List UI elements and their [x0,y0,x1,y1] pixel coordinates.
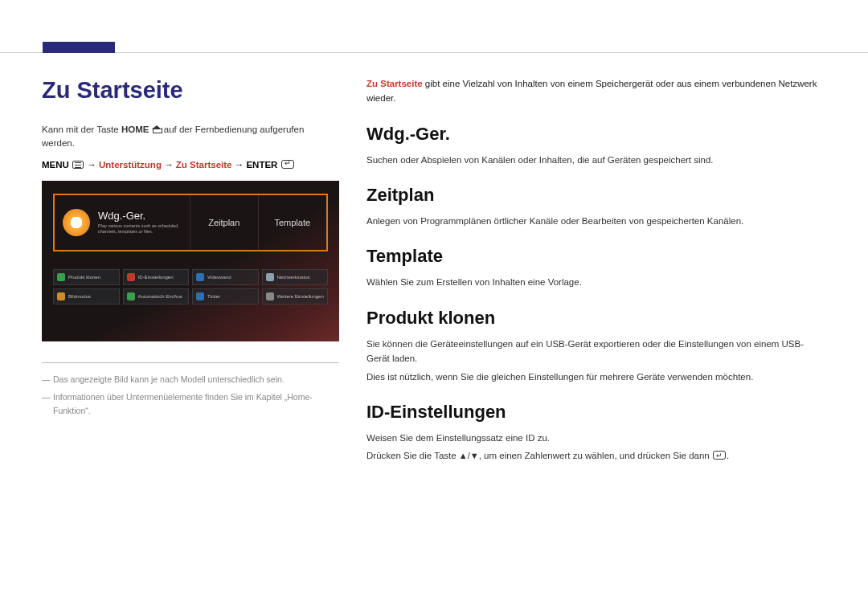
heading-id: ID-Einstellungen [366,402,826,423]
ss-chip: Ticker [192,288,259,304]
text-template: Wählen Sie zum Erstellen von Inhalten ei… [366,275,826,289]
ss-tile-zeitplan: Zeitplan [190,195,259,250]
chip-label: Ticker [207,294,220,299]
section-template: Template Wählen Sie zum Erstellen von In… [366,246,826,289]
home-icon [152,125,162,133]
section-id: ID-Einstellungen Weisen Sie dem Einstell… [366,402,826,464]
ss-chip: Videowand [192,269,259,285]
ss-chip: Weitere Einstellungen [262,288,329,304]
play-icon [63,209,90,236]
footnote-1: Das angezeigte Bild kann je nach Modell … [42,373,339,386]
ss-chip: Produkt klonen [53,269,120,285]
topbar [0,0,868,53]
right-column: Zu Startseite gibt eine Vielzahl von Inh… [366,77,826,481]
section-wdg: Wdg.-Ger. Suchen oder Abspielen von Kanä… [366,124,826,167]
text-wdg: Suchen oder Abspielen von Kanälen oder I… [366,153,826,167]
ss-chip: ID-Einstellungen [123,269,190,285]
section-zeitplan: Zeitplan Anlegen von Programmplänen örtl… [366,185,826,228]
menu-path: MENU → Unterstützung → Zu Startseite → E… [42,159,339,170]
text-id-2: Drücken Sie die Taste ▲/▼, um einen Zahl… [366,448,826,464]
enter-icon [281,160,294,169]
chip-label: Bildmodus [68,294,91,299]
text-klonen-1: Sie können die Geräteeinstellungen auf e… [366,337,826,366]
chip-icon [57,273,65,281]
page-title: Zu Startseite [42,77,339,104]
footnote-2: Informationen über Untermenüelemente fin… [42,390,339,418]
updown-icon: ▲/▼ [459,449,479,464]
ss-tile-template: Template [259,195,327,250]
chip-icon [127,273,135,281]
ss-tile-player: Wdg.-Ger. Play various contents such as … [55,195,190,250]
ss-chip: Netzwerkstatus [262,269,329,285]
heading-wdg: Wdg.-Ger. [366,124,826,145]
intro-line: Kann mit der Taste HOME auf der Fernbedi… [42,123,339,151]
chip-icon [196,292,204,300]
chip-icon [266,273,274,281]
enter-icon [713,451,726,460]
chip-label: Netzwerkstatus [277,275,310,280]
ss-chip: Bildmodus [53,288,120,304]
text-klonen-2: Dies ist nützlich, wenn Sie die gleichen… [366,370,826,384]
chip-icon [196,273,204,281]
text-id-1: Weisen Sie dem Einstellungssatz eine ID … [366,431,826,445]
chip-label: ID-Einstellungen [138,275,174,280]
chip-icon [57,292,65,300]
section-klonen: Produkt klonen Sie können die Geräteeins… [366,308,826,384]
left-column: Zu Startseite Kann mit der Taste HOME au… [42,77,339,481]
ss-chip: Automatisch Ein/Aus [123,288,190,304]
heading-template: Template [366,246,826,267]
text-zeitplan: Anlegen von Programmplänen örtlicher Kan… [366,214,826,228]
chip-label: Automatisch Ein/Aus [138,294,182,299]
heading-zeitplan: Zeitplan [366,185,826,206]
chip-icon [266,292,274,300]
chip-label: Weitere Einstellungen [277,294,324,299]
accent-bar [43,42,115,53]
chip-label: Produkt klonen [68,275,100,280]
chip-label: Videowand [207,275,231,280]
tv-screenshot: Wdg.-Ger. Play various contents such as … [42,181,339,341]
chip-icon [127,292,135,300]
intro-paragraph: Zu Startseite gibt eine Vielzahl von Inh… [366,77,826,106]
menu-icon [72,161,84,169]
footnotes: Das angezeigte Bild kann je nach Modell … [42,362,339,418]
heading-klonen: Produkt klonen [366,308,826,329]
